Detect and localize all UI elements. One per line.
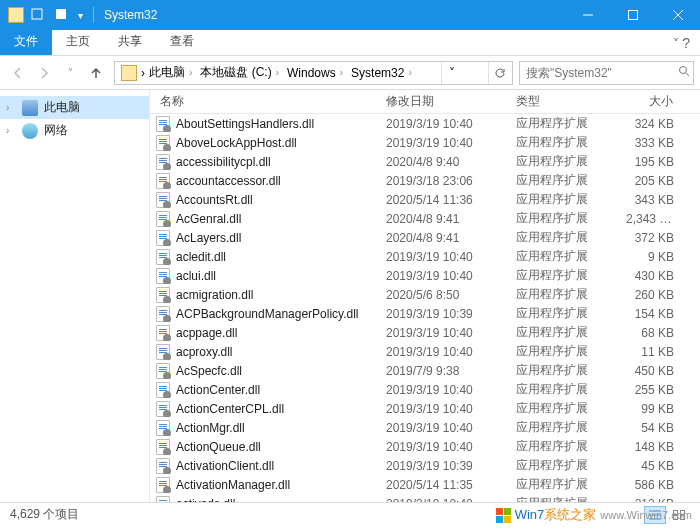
chevron-right-icon[interactable]: › — [408, 67, 411, 78]
file-row[interactable]: acppage.dll2019/3/19 10:40应用程序扩展68 KB — [150, 323, 700, 342]
refresh-button[interactable] — [488, 62, 510, 84]
folder-icon — [8, 7, 24, 23]
file-row[interactable]: AcSpecfc.dll2019/7/9 9:38应用程序扩展450 KB — [150, 361, 700, 380]
search-icon[interactable] — [678, 65, 690, 80]
dll-file-icon — [156, 211, 170, 227]
column-size[interactable]: 大小 — [620, 93, 680, 110]
file-row[interactable]: ActivationClient.dll2019/3/19 10:39应用程序扩… — [150, 456, 700, 475]
file-name: ActionQueue.dll — [176, 440, 261, 454]
nav-item[interactable]: ›此电脑 — [0, 96, 149, 119]
qat-chevron-icon[interactable]: ▾ — [78, 10, 83, 21]
file-size: 99 KB — [620, 402, 680, 416]
ribbon-tab[interactable]: 查看 — [156, 28, 208, 55]
file-row[interactable]: acproxy.dll2019/3/19 10:40应用程序扩展11 KB — [150, 342, 700, 361]
file-row[interactable]: ActivationManager.dll2020/5/14 11:35应用程序… — [150, 475, 700, 494]
breadcrumb-segment[interactable]: 本地磁盘 (C:)› — [196, 62, 283, 84]
chevron-right-icon[interactable]: › — [276, 67, 279, 78]
nav-up-button[interactable] — [84, 61, 108, 85]
dll-file-icon — [156, 496, 170, 503]
ribbon-tab[interactable]: 共享 — [104, 28, 156, 55]
dll-file-icon — [156, 363, 170, 379]
chevron-right-icon[interactable]: › — [6, 125, 16, 136]
breadcrumb-segment[interactable]: Windows› — [283, 62, 347, 84]
file-size: 9 KB — [620, 250, 680, 264]
file-date: 2019/3/19 10:40 — [380, 440, 510, 454]
file-size: 54 KB — [620, 421, 680, 435]
file-row[interactable]: AboutSettingsHandlers.dll2019/3/19 10:40… — [150, 114, 700, 133]
file-type: 应用程序扩展 — [510, 134, 620, 151]
file-name: AcLayers.dll — [176, 231, 241, 245]
file-row[interactable]: ACPBackgroundManagerPolicy.dll2019/3/19 … — [150, 304, 700, 323]
file-list-pane: 名称 修改日期 类型 大小 AboutSettingsHandlers.dll2… — [150, 90, 700, 502]
file-type: 应用程序扩展 — [510, 172, 620, 189]
file-name: ActivationManager.dll — [176, 478, 290, 492]
file-name: ActionCenter.dll — [176, 383, 260, 397]
file-name: accessibilitycpl.dll — [176, 155, 271, 169]
ribbon: 文件 主页共享查看˅ ? — [0, 30, 700, 56]
file-row[interactable]: acledit.dll2019/3/19 10:40应用程序扩展9 KB — [150, 247, 700, 266]
file-rows[interactable]: AboutSettingsHandlers.dll2019/3/19 10:40… — [150, 114, 700, 502]
file-row[interactable]: AboveLockAppHost.dll2019/3/19 10:40应用程序扩… — [150, 133, 700, 152]
file-row[interactable]: AcLayers.dll2020/4/8 9:41应用程序扩展372 KB — [150, 228, 700, 247]
file-date: 2019/3/19 10:40 — [380, 269, 510, 283]
file-type: 应用程序扩展 — [510, 400, 620, 417]
nav-item[interactable]: ›网络 — [0, 119, 149, 142]
view-details-button[interactable] — [644, 506, 666, 524]
file-type: 应用程序扩展 — [510, 495, 620, 502]
file-type: 应用程序扩展 — [510, 191, 620, 208]
svg-rect-13 — [674, 515, 678, 519]
ribbon-tab[interactable]: 主页 — [52, 28, 104, 55]
address-bar[interactable]: › 此电脑›本地磁盘 (C:)›Windows›System32› ˅ — [114, 61, 513, 85]
dll-file-icon — [156, 135, 170, 151]
file-name: accountaccessor.dll — [176, 174, 281, 188]
file-row[interactable]: accountaccessor.dll2019/3/18 23:06应用程序扩展… — [150, 171, 700, 190]
file-name: acppage.dll — [176, 326, 237, 340]
file-date: 2019/3/18 23:06 — [380, 174, 510, 188]
maximize-button[interactable] — [610, 0, 655, 30]
svg-rect-14 — [681, 515, 685, 519]
nav-recent-button[interactable]: ˅ — [58, 61, 82, 85]
file-date: 2019/3/19 10:40 — [380, 383, 510, 397]
file-row[interactable]: activeds.dll2019/3/19 10:40应用程序扩展212 KB — [150, 494, 700, 502]
dll-file-icon — [156, 382, 170, 398]
file-row[interactable]: AcGenral.dll2020/4/8 9:41应用程序扩展2,343 KB — [150, 209, 700, 228]
search-input[interactable] — [524, 65, 678, 81]
view-large-button[interactable] — [668, 506, 690, 524]
file-date: 2019/3/19 10:40 — [380, 136, 510, 150]
file-row[interactable]: aclui.dll2019/3/19 10:40应用程序扩展430 KB — [150, 266, 700, 285]
breadcrumb-segment[interactable]: 此电脑› — [145, 62, 196, 84]
chevron-right-icon[interactable]: › — [6, 102, 16, 113]
qat-dropdown-icon[interactable] — [54, 7, 68, 24]
search-box[interactable] — [519, 61, 694, 85]
svg-rect-1 — [56, 9, 66, 19]
file-row[interactable]: accessibilitycpl.dll2020/4/8 9:40应用程序扩展1… — [150, 152, 700, 171]
qat-properties-icon[interactable] — [30, 7, 44, 24]
chevron-right-icon[interactable]: › — [189, 67, 192, 78]
nav-forward-button[interactable] — [32, 61, 56, 85]
file-row[interactable]: AccountsRt.dll2020/5/14 11:36应用程序扩展343 K… — [150, 190, 700, 209]
ribbon-expand-icon[interactable]: ˅ ? — [663, 31, 700, 55]
file-row[interactable]: ActionCenterCPL.dll2019/3/19 10:40应用程序扩展… — [150, 399, 700, 418]
breadcrumb-segment[interactable]: System32› — [347, 62, 416, 84]
dll-file-icon — [156, 268, 170, 284]
nav-back-button[interactable] — [6, 61, 30, 85]
file-row[interactable]: acmigration.dll2020/5/6 8:50应用程序扩展260 KB — [150, 285, 700, 304]
dll-file-icon — [156, 116, 170, 132]
close-button[interactable] — [655, 0, 700, 30]
minimize-button[interactable] — [565, 0, 610, 30]
address-dropdown-icon[interactable]: ˅ — [441, 62, 463, 84]
ribbon-tab-file[interactable]: 文件 — [0, 28, 52, 55]
file-size: 372 KB — [620, 231, 680, 245]
file-row[interactable]: ActionCenter.dll2019/3/19 10:40应用程序扩展255… — [150, 380, 700, 399]
chevron-right-icon[interactable]: › — [340, 67, 343, 78]
column-date[interactable]: 修改日期 — [380, 93, 510, 110]
file-type: 应用程序扩展 — [510, 115, 620, 132]
file-date: 2019/3/19 10:39 — [380, 459, 510, 473]
file-row[interactable]: ActionMgr.dll2019/3/19 10:40应用程序扩展54 KB — [150, 418, 700, 437]
column-type[interactable]: 类型 — [510, 93, 620, 110]
file-type: 应用程序扩展 — [510, 362, 620, 379]
column-name[interactable]: 名称 — [150, 93, 380, 110]
file-type: 应用程序扩展 — [510, 343, 620, 360]
navigation-pane: ›此电脑›网络 — [0, 90, 150, 502]
file-row[interactable]: ActionQueue.dll2019/3/19 10:40应用程序扩展148 … — [150, 437, 700, 456]
